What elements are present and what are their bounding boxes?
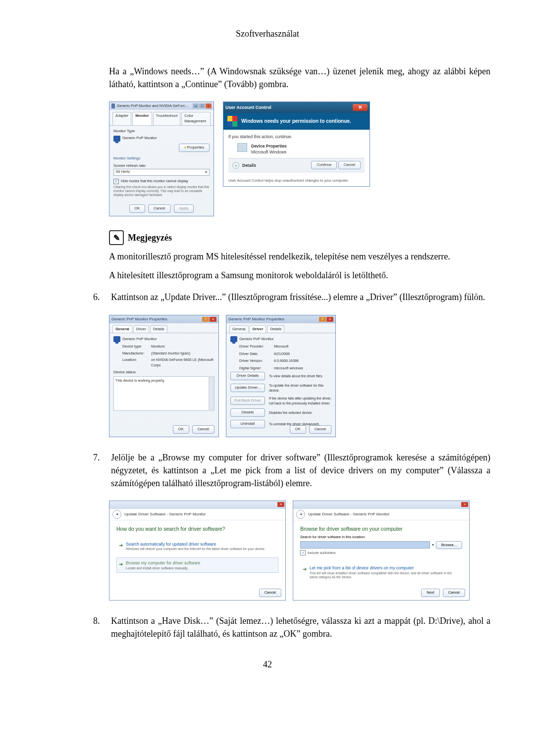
tab-color-management[interactable]: Color Management bbox=[181, 112, 211, 125]
chevron-down-icon: ⌄ bbox=[232, 162, 239, 169]
body-column: × ◄ Update Driver Software - Generic PnP… bbox=[109, 501, 490, 601]
window-icon bbox=[111, 103, 115, 108]
refresh-rate-select[interactable]: 60 Hertz ▾ bbox=[113, 169, 210, 176]
option-browse-computer[interactable]: ➔ Browse my computer for driver software… bbox=[116, 557, 278, 572]
rollback-driver-button[interactable]: Roll Back Driver bbox=[230, 397, 265, 405]
step-number: 8. bbox=[93, 614, 102, 640]
device-name: Generic PnP Monitor bbox=[122, 337, 157, 342]
include-subfolders-checkbox[interactable]: ✓ Include subfolders bbox=[300, 550, 462, 555]
ok-button[interactable]: OK bbox=[173, 425, 189, 434]
window-buttons: ‒ □ × bbox=[193, 103, 212, 108]
cancel-button[interactable]: Cancel bbox=[148, 204, 170, 213]
close-button[interactable]: × bbox=[326, 317, 333, 322]
uac-details-label: Details bbox=[242, 162, 256, 168]
cancel-button[interactable]: Cancel bbox=[443, 589, 465, 597]
figure-row-2: Generic PnP Monitor Properties ? × Gener… bbox=[109, 315, 490, 437]
tab-details[interactable]: Details bbox=[150, 325, 167, 333]
monitor-icon bbox=[113, 136, 120, 142]
uac-app-lines: Device Properties Microsoft Windows bbox=[251, 143, 287, 155]
uac-details-toggle[interactable]: ⌄ Details bbox=[232, 162, 256, 169]
monitor-tab-body: Monitor Type Generic PnP Monitor ♦ Prope… bbox=[109, 126, 214, 199]
option-search-auto[interactable]: ➔ Search automatically for updated drive… bbox=[116, 539, 278, 554]
help-button[interactable]: ? bbox=[202, 317, 209, 322]
tabstrip: Adapter Monitor Troubleshoot Color Manag… bbox=[109, 110, 214, 126]
tab-general[interactable]: General bbox=[229, 325, 249, 333]
properties-button[interactable]: ♦ Properties bbox=[179, 144, 210, 152]
cancel-button[interactable]: Cancel bbox=[309, 425, 331, 434]
v-loc: on NVIDIA GeForce 6600 LE (Microsoft Cor… bbox=[151, 357, 214, 368]
uac-action-buttons: Continue Cancel bbox=[311, 161, 361, 169]
refresh-rate-label: Screen refresh rate: bbox=[113, 163, 210, 169]
rollback-driver-desc: If the device fails after updating the d… bbox=[269, 396, 331, 406]
driver-details-desc: To view details about the driver files. bbox=[269, 374, 331, 379]
uac-banner-text: Windows needs your permission to contion… bbox=[241, 118, 351, 125]
minimize-button[interactable]: ‒ bbox=[193, 103, 199, 108]
window-buttons: ? × bbox=[202, 317, 216, 322]
location-row: ▾ Browse... bbox=[300, 541, 462, 550]
step-8: 8. Kattintson a „Have Disk…” (Saját leme… bbox=[93, 614, 490, 640]
monitor-device-name: Generic PnP Monitor bbox=[122, 136, 157, 141]
shield-icon bbox=[227, 116, 237, 127]
apply-button[interactable]: Apply bbox=[174, 204, 194, 213]
update-driver-wizard-search: × ◄ Update Driver Software - Generic PnP… bbox=[109, 501, 286, 601]
cancel-button[interactable]: Cancel bbox=[259, 589, 281, 597]
tab-driver[interactable]: Driver bbox=[133, 325, 149, 333]
monitor-device-row: Generic PnP Monitor bbox=[113, 136, 210, 142]
back-icon[interactable]: ◄ bbox=[112, 510, 121, 519]
disable-button[interactable]: Disable bbox=[230, 408, 265, 417]
update-driver-button[interactable]: Update Driver... bbox=[230, 384, 265, 392]
tab-monitor[interactable]: Monitor bbox=[132, 112, 152, 125]
window-title: Generic PnP Monitor Properties bbox=[111, 316, 167, 322]
step-7: 7. Jelölje be a „Browse my computer for … bbox=[93, 451, 490, 490]
back-icon[interactable]: ◄ bbox=[296, 510, 305, 519]
tab-troubleshoot[interactable]: Troubleshoot bbox=[153, 112, 181, 125]
tab-details[interactable]: Details bbox=[267, 325, 284, 333]
breadcrumb-text: Update Driver Software - Generic PnP Mon… bbox=[124, 511, 206, 517]
v-ver: 6.0.6000.16386 bbox=[274, 358, 331, 363]
next-button[interactable]: Next bbox=[421, 589, 439, 597]
v-mfr: (Standard monitor types) bbox=[151, 351, 214, 356]
scrollbar[interactable] bbox=[209, 377, 214, 410]
chevron-down-icon: ▾ bbox=[205, 169, 207, 175]
wizard-footer: Cancel bbox=[259, 589, 281, 597]
note-heading: ✎ Megjegyzés bbox=[109, 230, 490, 245]
tab-adapter[interactable]: Adapter bbox=[112, 112, 131, 125]
driver-details-button[interactable]: Driver Details bbox=[230, 372, 265, 380]
general-tab-body: Generic PnP Monitor Device type: Monitor… bbox=[109, 333, 218, 413]
tab-general[interactable]: General bbox=[112, 325, 132, 333]
continue-button[interactable]: Continue bbox=[311, 161, 337, 169]
uac-started-text: If you started this action, continue. bbox=[228, 134, 365, 140]
uac-footer: User Account Control helps stop unauthor… bbox=[223, 175, 370, 187]
close-button[interactable]: × bbox=[206, 103, 212, 108]
v-date: 6/21/2006 bbox=[274, 352, 331, 356]
close-button[interactable]: × bbox=[277, 502, 284, 507]
k-sign: Digital Signer: bbox=[239, 366, 274, 371]
uac-title: User Account Control bbox=[225, 104, 271, 111]
cancel-button[interactable]: Cancel bbox=[338, 161, 361, 169]
ok-button[interactable]: OK bbox=[290, 425, 306, 434]
maximize-button[interactable]: □ bbox=[199, 103, 205, 108]
driver-buttons: Driver Details To view details about the… bbox=[230, 372, 331, 428]
device-name: Generic PnP Monitor bbox=[239, 337, 273, 342]
option-subtitle: Windows will search your computer and th… bbox=[126, 547, 276, 551]
help-button[interactable]: ? bbox=[319, 317, 326, 322]
location-input[interactable] bbox=[300, 541, 430, 549]
close-button[interactable]: × bbox=[461, 502, 468, 507]
close-button[interactable]: ✕ bbox=[353, 104, 368, 111]
checkbox-icon: ✓ bbox=[300, 550, 306, 555]
cancel-button[interactable]: Cancel bbox=[192, 425, 214, 434]
tabstrip: General Driver Details bbox=[109, 323, 218, 334]
k-prov: Driver Provider: bbox=[239, 344, 274, 349]
v-prov: Microsoft bbox=[274, 344, 331, 349]
tab-driver[interactable]: Driver bbox=[250, 325, 267, 333]
uac-window: User Account Control ✕ Windows needs you… bbox=[223, 101, 370, 187]
hide-modes-checkbox[interactable]: ✓ Hide modes that this monitor cannot di… bbox=[113, 179, 210, 184]
chevron-down-icon[interactable]: ▾ bbox=[432, 542, 434, 548]
option-let-me-pick[interactable]: ➔ Let me pick from a list of device driv… bbox=[300, 562, 462, 581]
k-type: Device type: bbox=[122, 344, 151, 349]
ok-button[interactable]: OK bbox=[129, 204, 146, 213]
close-button[interactable]: × bbox=[210, 317, 216, 322]
titlebar: Generic PnP Monitor and NVIDIA GeForce 6… bbox=[109, 102, 214, 110]
uac-app-name: Device Properties bbox=[251, 143, 287, 149]
browse-button[interactable]: Browse... bbox=[436, 541, 462, 550]
